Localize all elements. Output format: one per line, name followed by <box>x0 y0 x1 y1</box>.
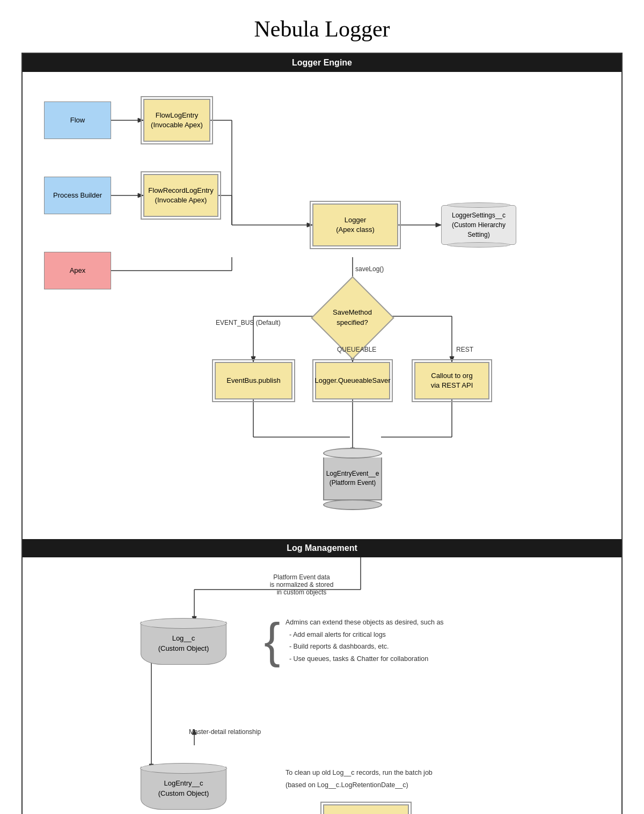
callout-box: Callout to orgvia REST API <box>414 362 489 399</box>
svg-marker-13 <box>436 223 441 227</box>
cleanup-note: To clean up old Log__c records, run the … <box>286 767 543 791</box>
eventbus-box: EventBus.publish <box>215 362 292 399</box>
logger-settings-box: LoggerSettings__c(Custom HierarchySettin… <box>441 205 516 245</box>
save-log-label: saveLog() <box>355 265 384 273</box>
log-entry-c-box: LogEntry__c(Custom Object) <box>141 767 226 810</box>
flow-box: Flow <box>44 101 111 139</box>
logger-engine-section: Flow Process Builder Apex FlowLogEntry(I… <box>23 72 621 539</box>
log-management-section: Platform Event datais normalized & store… <box>23 557 621 814</box>
platform-event-db: LogEntryEvent__e(Platform Event) <box>323 448 382 510</box>
platform-event-data-label: Platform Event datais normalized & store… <box>248 573 355 596</box>
event-bus-label: EVENT_BUS (Default) <box>216 319 281 326</box>
logger-class-box: Logger(Apex class) <box>312 204 398 246</box>
queueable-saver-box: Logger.QueueableSaver <box>315 362 390 399</box>
flow-log-entry-box: FlowLogEntry(Invocable Apex) <box>143 99 210 142</box>
rest-label: REST <box>456 346 473 353</box>
queueable-label: QUEUEABLE <box>337 346 376 353</box>
apex-box: Apex <box>44 252 111 289</box>
curly-brace: } <box>264 616 280 665</box>
master-detail-label: Master-detail relationship <box>189 728 261 736</box>
process-builder-box: Process Builder <box>44 177 111 214</box>
log-management-header: Log Management <box>23 539 621 557</box>
log-batch-purger-box: LogBatchPurger(Batch Apex class) <box>323 804 409 814</box>
save-method-diamond: SaveMethodspecified? <box>321 287 383 348</box>
logger-engine-header: Logger Engine <box>23 54 621 72</box>
main-diagram: Logger Engine <box>21 53 623 814</box>
log-c-box: Log__c(Custom Object) <box>141 622 226 665</box>
admins-note: Admins can extend these objects as desir… <box>286 616 543 665</box>
flow-record-log-entry-box: FlowRecordLogEntry(Invocable Apex) <box>143 174 218 217</box>
page-title: Nebula Logger <box>0 0 644 53</box>
